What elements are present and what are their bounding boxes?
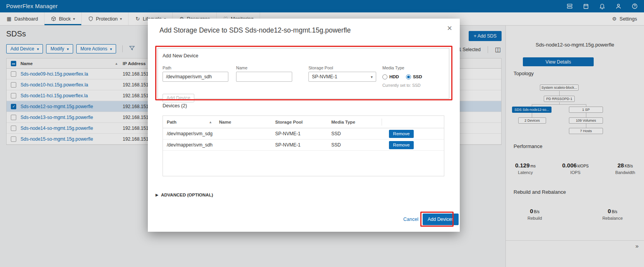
radio-icon[interactable]: [406, 74, 411, 79]
storage-pool-value: SP-NVME-1: [312, 74, 337, 79]
media-type-hint: Currently set to: SSD: [382, 83, 422, 88]
device-path: /dev/mapper/svm_sdg: [163, 131, 215, 136]
devices-column-name[interactable]: Name: [215, 120, 271, 124]
devices-column-media[interactable]: Media Type: [327, 120, 382, 124]
close-icon[interactable]: ×: [447, 24, 452, 33]
powerflex-manager-screen: PowerFlex Manager ▦ Dashboard: [0, 0, 644, 267]
add-new-device-title: Add New Device: [163, 53, 444, 59]
ssd-label: SSD: [413, 74, 422, 79]
device-pool: SP-NVME-1: [271, 142, 327, 148]
path-label: Path: [163, 65, 228, 70]
add-new-device-section: Add New Device Path Name Storage Pool SP…: [158, 48, 449, 99]
radio-icon[interactable]: [382, 74, 387, 79]
device-row: /dev/mapper/svm_sdh SP-NVME-1 SSD Remove: [163, 140, 444, 151]
device-path: /dev/mapper/svm_sdh: [163, 142, 215, 148]
device-media: SSD: [327, 142, 382, 148]
add-storage-device-dialog: Add Storage Device to SDS Sds-node12-so-…: [148, 19, 460, 232]
advanced-label: ADVANCED (OPTIONAL): [161, 193, 213, 197]
cancel-button[interactable]: Cancel: [403, 217, 418, 222]
dialog-title: Add Storage Device to SDS Sds-node12-so-…: [159, 26, 351, 34]
media-option-ssd[interactable]: SSD: [406, 74, 422, 79]
media-type-radio-group: HDD SSD: [382, 72, 422, 82]
name-label: Name: [236, 65, 292, 70]
name-input[interactable]: [236, 72, 292, 82]
devices-column-path[interactable]: Path: [167, 120, 176, 124]
add-devices-button[interactable]: Add Devices: [423, 214, 459, 225]
device-pool: SP-NVME-1: [271, 131, 327, 136]
storage-pool-label: Storage Pool: [308, 65, 376, 70]
add-device-button[interactable]: Add Device: [163, 94, 194, 102]
device-fields-row: Path Name Storage Pool SP-NVME-1 ▾ Media…: [163, 65, 444, 88]
devices-column-actions: [382, 119, 444, 126]
advanced-optional-toggle[interactable]: ▶ ADVANCED (OPTIONAL): [156, 193, 213, 197]
storage-pool-select[interactable]: SP-NVME-1 ▾: [308, 72, 376, 82]
device-row: /dev/mapper/svm_sdg SP-NVME-1 SSD Remove: [163, 128, 444, 140]
device-media: SSD: [327, 131, 382, 136]
sort-ascending-icon[interactable]: ▴: [209, 120, 215, 124]
devices-table: Path ▴ Name Storage Pool Media Type /dev…: [163, 115, 444, 176]
caret-down-icon: ▾: [371, 75, 373, 79]
media-option-hdd[interactable]: HDD: [382, 74, 399, 79]
media-type-label: Media Type: [382, 65, 422, 70]
remove-device-button[interactable]: Remove: [389, 130, 414, 138]
devices-section-title: Devices (2): [163, 103, 187, 109]
path-input[interactable]: [163, 72, 228, 82]
hdd-label: HDD: [389, 74, 399, 79]
devices-column-pool[interactable]: Storage Pool: [271, 120, 327, 124]
expand-right-icon: ▶: [156, 193, 158, 197]
remove-device-button[interactable]: Remove: [389, 141, 414, 149]
devices-table-header: Path ▴ Name Storage Pool Media Type: [163, 116, 444, 128]
